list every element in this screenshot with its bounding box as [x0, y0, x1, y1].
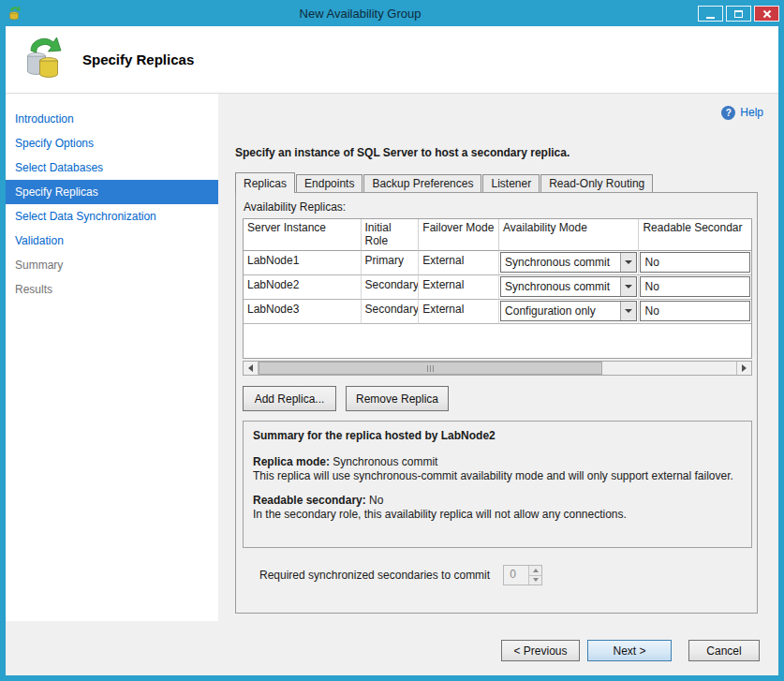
availability-mode-dropdown[interactable]: Synchronous commit	[499, 251, 639, 275]
chevron-down-icon[interactable]	[620, 277, 636, 296]
readable-secondary-dropdown[interactable]: No	[639, 275, 751, 300]
scrollbar-grip-icon	[427, 365, 435, 372]
cell-server-instance: LabNode1	[244, 251, 362, 275]
column-header-readable-secondary: Readable Secondar	[639, 219, 751, 251]
readable-secondary-value: No	[366, 494, 384, 507]
wizard-header: Specify Replicas	[6, 26, 778, 94]
maximize-icon	[734, 10, 743, 18]
replica-actions: Add Replica... Remove Replica	[243, 386, 750, 411]
cell-server-instance: LabNode3	[244, 300, 362, 324]
add-replica-button[interactable]: Add Replica...	[243, 386, 336, 411]
previous-button[interactable]: < Previous	[501, 640, 580, 661]
tab-backup-preferences[interactable]: Backup Preferences	[363, 174, 481, 192]
readable-secondary-dropdown[interactable]: No	[639, 300, 751, 324]
help-label: Help	[740, 106, 763, 119]
grid-header-row: Server Instance Initial Role Failover Mo…	[244, 219, 751, 251]
table-row[interactable]: LabNode2 Secondary External Synchronous …	[244, 275, 751, 300]
tab-read-only-routing[interactable]: Read-Only Routing	[540, 174, 653, 192]
sidebar-item-specify-options[interactable]: Specify Options	[6, 131, 218, 155]
scrollbar-track[interactable]	[259, 362, 736, 375]
availability-replicas-label: Availability Replicas:	[244, 200, 750, 214]
table-row[interactable]: LabNode1 Primary External Synchronous co…	[244, 251, 751, 275]
chevron-down-icon[interactable]	[620, 302, 636, 320]
replicas-database-icon	[22, 36, 66, 83]
tab-strip: Replicas Endpoints Backup Preferences Li…	[235, 172, 763, 192]
page-title: Specify Replicas	[82, 52, 194, 67]
dialog-body: Specify Replicas Introduction Specify Op…	[6, 26, 778, 675]
replica-summary-panel: Summary for the replica hosted by LabNod…	[243, 421, 752, 548]
spinner-value: 0	[504, 566, 528, 585]
scrollbar-thumb[interactable]	[259, 362, 602, 375]
close-button[interactable]	[754, 6, 779, 22]
minimize-button[interactable]	[698, 6, 723, 22]
cell-failover-mode: External	[419, 275, 499, 300]
next-button[interactable]: Next >	[587, 640, 672, 661]
tab-listener[interactable]: Listener	[482, 174, 540, 192]
wizard-steps-sidebar: Introduction Specify Options Select Data…	[6, 94, 218, 621]
replica-mode-description: This replica will use synchronous-commit…	[253, 469, 742, 482]
sidebar-item-select-databases[interactable]: Select Databases	[6, 155, 218, 180]
column-header-server-instance: Server Instance	[244, 219, 362, 251]
cell-initial-role: Primary	[362, 251, 420, 275]
required-secondaries-label: Required synchronized secondaries to com…	[259, 569, 490, 582]
sidebar-item-select-data-synchronization[interactable]: Select Data Synchronization	[6, 204, 218, 229]
cell-initial-role: Secondary	[362, 300, 420, 324]
table-row[interactable]: LabNode3 Secondary External Configuratio…	[244, 300, 751, 324]
readable-secondary-label: Readable secondary:	[253, 494, 366, 507]
availability-group-app-icon	[7, 6, 22, 21]
tab-replicas[interactable]: Replicas	[235, 172, 295, 193]
cell-failover-mode: External	[419, 251, 499, 275]
cell-failover-mode: External	[419, 300, 499, 324]
cell-initial-role: Secondary	[362, 275, 420, 300]
help-link[interactable]: ? Help	[235, 105, 763, 120]
readable-secondary-dropdown[interactable]: No	[639, 251, 751, 275]
tab-endpoints[interactable]: Endpoints	[296, 174, 362, 192]
maximize-button[interactable]	[726, 6, 751, 22]
availability-mode-dropdown[interactable]: Synchronous commit	[499, 275, 639, 300]
column-header-failover-mode: Failover Mode	[419, 219, 499, 251]
new-availability-group-window: New Availability Group Specify Replicas	[0, 0, 784, 681]
remove-replica-button[interactable]: Remove Replica	[346, 386, 449, 411]
cell-server-instance: LabNode2	[244, 275, 362, 300]
replica-mode-value: Synchronous commit	[330, 455, 437, 468]
sidebar-item-introduction[interactable]: Introduction	[6, 107, 218, 131]
summary-title: Summary for the replica hosted by LabNod…	[253, 429, 742, 442]
replicas-tab-panel: Availability Replicas: Server Instance I…	[235, 192, 758, 614]
caption-buttons	[698, 6, 779, 22]
sidebar-item-summary: Summary	[6, 253, 218, 277]
help-icon: ?	[721, 106, 735, 120]
titlebar[interactable]: New Availability Group	[0, 0, 784, 26]
column-header-initial-role: Initial Role	[362, 219, 420, 251]
required-secondaries-row: Required synchronized secondaries to com…	[243, 565, 750, 585]
chevron-down-icon[interactable]	[620, 253, 636, 272]
instruction-text: Specify an instance of SQL Server to hos…	[235, 146, 763, 159]
wizard-footer: < Previous Next > Cancel	[6, 621, 778, 675]
availability-replicas-grid: Server Instance Initial Role Failover Mo…	[243, 218, 752, 359]
horizontal-scrollbar[interactable]	[243, 361, 752, 376]
scroll-left-arrow-icon[interactable]	[244, 362, 259, 375]
minimize-icon	[706, 17, 715, 19]
required-secondaries-spinner: 0	[503, 565, 542, 585]
window-title: New Availability Group	[22, 7, 698, 21]
scroll-right-arrow-icon[interactable]	[736, 362, 751, 375]
replica-mode-label: Replica mode:	[253, 455, 330, 468]
spinner-up-icon	[529, 566, 541, 576]
spinner-down-icon	[529, 576, 541, 585]
sidebar-item-validation[interactable]: Validation	[6, 229, 218, 253]
sidebar-item-specify-replicas[interactable]: Specify Replicas	[6, 180, 218, 204]
cancel-button[interactable]: Cancel	[688, 640, 760, 661]
sidebar-item-results: Results	[6, 277, 218, 302]
column-header-availability-mode: Availability Mode	[499, 219, 639, 251]
main-panel: ? Help Specify an instance of SQL Server…	[218, 94, 778, 621]
availability-mode-dropdown[interactable]: Configuration only	[499, 300, 639, 324]
readable-secondary-description: In the secondary role, this availability…	[253, 508, 742, 521]
